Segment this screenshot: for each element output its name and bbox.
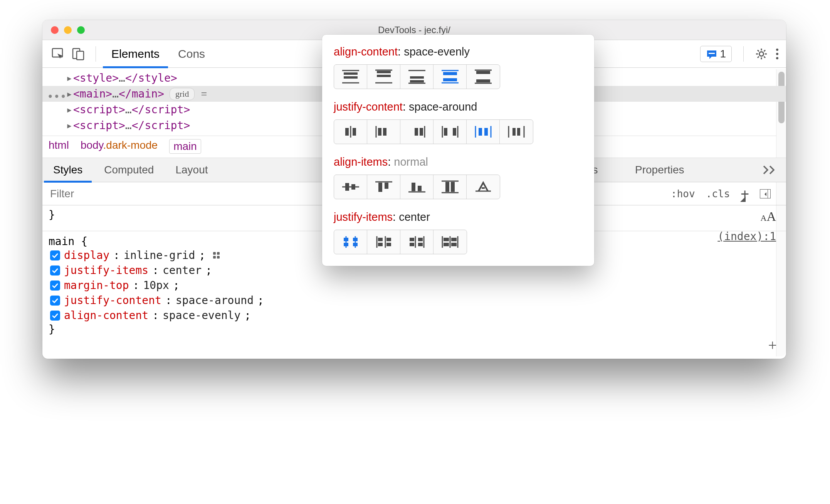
option-ai-3[interactable] [433,175,467,199]
rule-source-link[interactable]: (index):1 [717,230,776,243]
section-title: align-items: normal [334,156,583,168]
option-ac-4[interactable] [467,65,500,89]
css-declaration[interactable]: align-content: space-evenly; [49,308,780,323]
css-property[interactable]: justify-items [64,264,148,277]
tab-elements[interactable]: Elements [102,40,169,68]
declaration-checkbox[interactable] [50,281,60,291]
option-ji-0[interactable] [334,230,367,254]
css-value[interactable]: 10px [143,279,169,292]
option-ai-4[interactable] [467,175,500,199]
option-ai-0[interactable] [334,175,367,199]
selector-text: main [49,235,74,248]
editor-section-justify-items: justify-items: center [334,211,583,254]
expand-triangle-icon[interactable]: ▸ [66,103,73,116]
option-row [334,230,467,254]
option-ac-2[interactable] [400,65,433,89]
more-tabs-icon[interactable] [762,164,776,176]
css-property[interactable]: justify-content [64,294,161,307]
option-jc-5[interactable] [500,120,533,144]
issues-chip[interactable]: 1 [700,46,732,62]
settings-gear-icon[interactable] [755,48,768,60]
prop-name: align-items [334,156,388,168]
option-jc-4[interactable] [467,120,500,144]
open-tag: <main> [73,87,112,100]
option-ji-3[interactable] [433,230,467,254]
hov-toggle[interactable]: :hov [671,188,695,200]
add-declaration-button[interactable]: + [768,336,777,354]
css-value[interactable]: center [163,264,202,277]
close-window-button[interactable] [51,26,59,34]
option-row [334,175,500,199]
option-row [334,64,500,89]
subtab-styles[interactable]: Styles [42,158,93,182]
label: Properties [635,164,684,176]
option-jc-0[interactable] [334,120,367,144]
declaration-checkbox[interactable] [50,250,60,260]
panel-tabs: Elements Cons [102,40,214,68]
subtab-layout[interactable]: Layout [165,158,218,182]
css-declaration[interactable]: margin-top: 10px; [49,278,780,293]
equals-char: = [201,88,207,100]
css-value[interactable]: space-around [176,294,254,307]
tab-label: Elements [111,47,160,60]
css-declaration[interactable]: justify-content: space-around; [49,293,780,308]
option-ji-2[interactable] [400,230,433,254]
zoom-window-button[interactable] [77,26,85,34]
issues-icon [706,49,717,59]
subtab-properties[interactable]: Properties [624,158,695,182]
crumb-html[interactable]: html [49,139,69,154]
section-title: justify-items: center [334,211,583,223]
prop-value: space-around [409,101,477,113]
option-jc-3[interactable] [433,120,467,144]
device-toolbar-icon[interactable] [72,47,85,60]
new-style-rule-button[interactable]: + [741,186,749,202]
css-property[interactable]: display [64,249,109,262]
close-tag: </script> [132,103,190,116]
declaration-checkbox[interactable] [50,265,60,276]
open-brace: { [81,235,87,248]
css-property[interactable]: align-content [64,309,148,322]
open-grid-editor-icon[interactable] [213,252,220,259]
grid-badge[interactable]: grid [170,88,195,100]
option-ac-1[interactable] [367,65,400,89]
issues-count: 1 [720,48,726,60]
tab-console[interactable]: Cons [169,40,214,68]
option-ai-2[interactable] [400,175,433,199]
open-tag: <style> [73,72,119,84]
prop-name: justify-items [334,211,393,223]
cls-toggle[interactable]: .cls [706,188,730,200]
declaration-checkbox[interactable] [50,311,60,321]
css-value[interactable]: space-evenly [163,309,240,322]
option-jc-1[interactable] [367,120,400,144]
close-tag: </style> [125,72,177,84]
traffic-lights [42,26,85,34]
declaration-checkbox[interactable] [50,296,60,306]
subtab-computed[interactable]: Computed [93,158,165,182]
crumb-main[interactable]: main [169,139,201,154]
expand-triangle-icon[interactable]: ▸ [66,119,73,132]
option-jc-2[interactable] [400,120,433,144]
editor-section-justify-content: justify-content: space-around [334,101,583,144]
editor-section-align-items: align-items: normal [334,156,583,199]
close-tag: </script> [132,119,190,132]
inspect-element-icon[interactable] [52,48,65,60]
expand-triangle-icon[interactable]: ▸ [66,87,73,100]
option-ac-3[interactable] [433,65,467,89]
overflow-menu-icon[interactable]: ••• [47,90,67,103]
crumb-body[interactable]: body.dark-mode [81,139,158,154]
label: Styles [53,164,82,176]
close-tag: </main> [119,87,164,100]
font-size-control[interactable]: AA [761,209,776,224]
css-property[interactable]: margin-top [64,279,129,292]
option-ai-1[interactable] [367,175,400,199]
minimize-window-button[interactable] [64,26,72,34]
toggle-sidebar-icon[interactable] [760,189,771,198]
tab-label: Cons [178,47,205,60]
option-ji-1[interactable] [367,230,400,254]
expand-triangle-icon[interactable]: ▸ [66,72,73,84]
more-menu-icon[interactable] [775,48,779,60]
separator [96,46,96,62]
css-value[interactable]: inline-grid [124,249,195,262]
prop-value: center [399,211,430,223]
option-ac-0[interactable] [334,65,367,89]
